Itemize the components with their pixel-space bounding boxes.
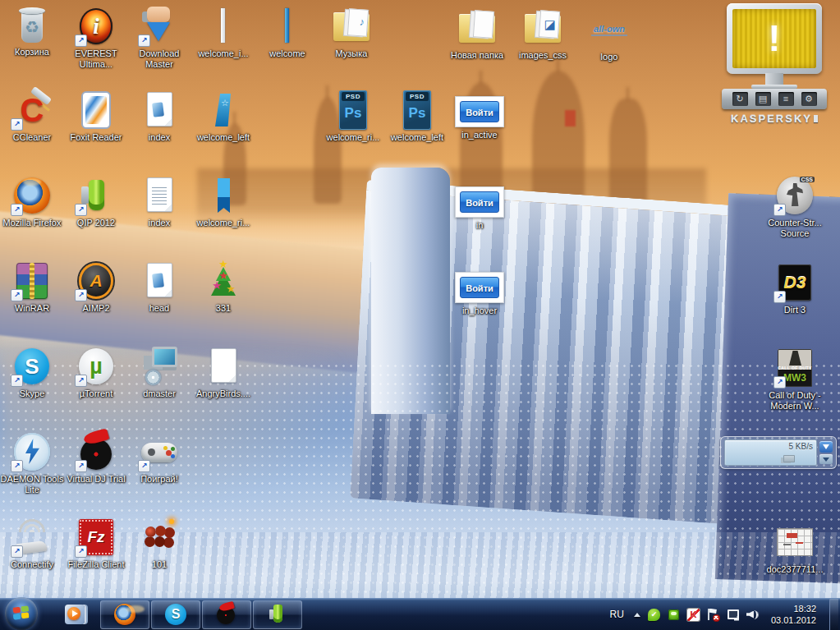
desktop-icon-utorrent[interactable]: µ↗µTorrent bbox=[64, 347, 128, 399]
icon-glyph: C bbox=[21, 94, 44, 126]
play-icon bbox=[72, 610, 78, 617]
taskbar-button-vdj[interactable] bbox=[202, 600, 251, 629]
desktop-icon-gamepad[interactable]: ↗Поиграй! bbox=[127, 432, 191, 485]
desktop-icon-page[interactable]: head bbox=[127, 261, 191, 314]
desktop-icon-label: doc2377711... bbox=[767, 564, 824, 575]
desktop-icon-aimp[interactable]: A↗AIMP2 bbox=[64, 261, 128, 314]
network-speed-gadget[interactable]: 5 KB/s bbox=[720, 436, 837, 469]
x-badge-icon bbox=[714, 616, 718, 619]
desktop-icon-connectify[interactable]: ↗Connectify bbox=[0, 517, 64, 570]
desktop-icon-label: Mozilla Firefox bbox=[3, 218, 62, 228]
qip-tray-icon[interactable] bbox=[667, 608, 681, 622]
news-icon[interactable]: ≡ bbox=[778, 92, 794, 106]
cssgame-icon: CSS↗ bbox=[773, 176, 817, 215]
desktop-icon-stripw[interactable]: welcome_i... bbox=[191, 7, 255, 59]
desktop-icon-psd[interactable]: PSDPswelcome_ri... bbox=[321, 90, 385, 143]
desktop-icon-tree[interactable]: ★331 bbox=[191, 261, 255, 314]
desktop-icon-dmgrab[interactable]: ↗Download Master bbox=[127, 7, 191, 70]
desktop-icon-page[interactable]: index bbox=[127, 90, 191, 143]
settings-icon[interactable]: ⚙ bbox=[801, 92, 817, 106]
start-button[interactable] bbox=[5, 597, 38, 630]
show-desktop-button[interactable] bbox=[829, 599, 838, 630]
taskbar-button-skype[interactable]: S bbox=[151, 600, 200, 629]
shortcut-arrow-icon: ↗ bbox=[75, 460, 87, 472]
language-indicator[interactable]: RU bbox=[607, 607, 627, 622]
desktop-icon-dirt3[interactable]: D3↗Dirt 3 bbox=[763, 263, 827, 315]
desktop-icon-voiti[interactable]: Войтиin_hover bbox=[448, 268, 512, 316]
desktop-icon-recycle[interactable]: ♻Корзина bbox=[0, 5, 64, 57]
desktop-icon-thumbdoc[interactable]: doc2377711... bbox=[763, 522, 827, 575]
desktop-icon-page[interactable]: index bbox=[127, 176, 191, 228]
desktop-icon-stripb[interactable]: welcome bbox=[255, 7, 319, 59]
desktop-icon-dmaster[interactable]: dmaster bbox=[127, 347, 191, 399]
desktop-icon-cssgame[interactable]: CSS↗Counter-Str... Source bbox=[763, 176, 827, 239]
ribbon-icon bbox=[201, 176, 246, 215]
flag-tray-icon[interactable] bbox=[706, 608, 720, 622]
download-arrow-button[interactable] bbox=[819, 441, 833, 453]
reports-icon[interactable]: ▤ bbox=[755, 92, 771, 106]
desktop-icon-page[interactable]: AngryBirds.... bbox=[191, 347, 255, 399]
firefox-icon: ↗ bbox=[10, 176, 54, 215]
desktop-icon-skype[interactable]: S↗Skype bbox=[0, 347, 64, 399]
update-icon[interactable]: ↻ bbox=[732, 92, 748, 106]
desktop-icon-dynamite[interactable]: 101 bbox=[127, 517, 191, 570]
desktop-icon-label: Download Master bbox=[127, 48, 191, 70]
icon-glyph: K bbox=[690, 609, 696, 619]
kaspersky-tray-icon[interactable]: K bbox=[686, 608, 700, 622]
desktop-icon-ribbon[interactable]: welcome_ri... bbox=[191, 176, 255, 228]
volume-tray-icon[interactable] bbox=[746, 608, 760, 622]
desktop-icon-qipapp[interactable]: ↗QIP 2012 bbox=[64, 176, 128, 228]
icon-glyph: Войти bbox=[460, 191, 499, 213]
taskbar-button-wmp[interactable] bbox=[51, 601, 99, 628]
shortcut-arrow-icon: ↗ bbox=[75, 545, 87, 558]
desktop-icon-daemon[interactable]: ↗DAEMON Tools Lite bbox=[0, 432, 64, 495]
show-hidden-icons-button[interactable] bbox=[634, 613, 640, 617]
desktop-icon-firefox[interactable]: ↗Mozilla Firefox bbox=[0, 176, 64, 228]
dropdown-arrow-button[interactable] bbox=[819, 454, 833, 464]
dirt3-icon: D3↗ bbox=[773, 263, 817, 302]
desktop-icon-winrar[interactable]: ↗WinRAR bbox=[0, 261, 64, 314]
desktop-icon-wleft[interactable]: ☆welcome_left bbox=[191, 90, 255, 143]
taskbar-button-qip[interactable] bbox=[253, 600, 302, 629]
desktop-icon-everest[interactable]: i↗EVEREST Ultima... bbox=[64, 7, 128, 70]
dmaster-icon bbox=[137, 347, 181, 386]
alert-exclamation-icon: ! bbox=[769, 21, 781, 57]
desktop-icon-vdj[interactable]: ↗Virtual DJ Trial bbox=[64, 432, 128, 485]
icon-glyph: A bbox=[90, 271, 102, 291]
desktop-icon-filezilla[interactable]: Fz↗FileZilla Client bbox=[64, 517, 128, 570]
taskbar: S RU ✔K 18:32 03.01.2012 bbox=[0, 598, 840, 630]
icon-glyph: ☆ bbox=[221, 98, 229, 108]
shortcut-arrow-icon: ↗ bbox=[773, 204, 786, 216]
desktop-icon-folder[interactable]: ♪Музыка bbox=[319, 7, 383, 59]
skype-icon: S↗ bbox=[10, 347, 54, 386]
desktop-icon-label: Новая папка bbox=[451, 50, 503, 61]
desktop-icon-cod[interactable]: CALL OF DUTYMW3↗Call of Duty - Modern W.… bbox=[763, 348, 827, 412]
desktop-icon-label: WinRAR bbox=[15, 303, 49, 314]
folder-icon: ♪ bbox=[329, 7, 374, 46]
desktop-icon-label: in_active bbox=[461, 130, 497, 140]
desktop-icon-logoimg[interactable]: all-ownlogo bbox=[577, 10, 641, 62]
taskbar-button-firefox[interactable] bbox=[100, 600, 149, 629]
desktop-icon-label: welcome_left bbox=[391, 132, 443, 143]
filezilla-icon: Fz↗ bbox=[74, 517, 118, 557]
desktop: ♻Корзинаi↗EVEREST Ultima...↗Download Mas… bbox=[0, 0, 840, 630]
desktop-icon-label: AngryBirds.... bbox=[196, 389, 250, 399]
desktop-icon-voiti[interactable]: Войтиin bbox=[448, 182, 512, 231]
desktop-icon-label: in_hover bbox=[462, 306, 497, 316]
desktop-icon-label: welcome_ri... bbox=[197, 218, 250, 228]
desktop-icon-foxit[interactable]: Foxit Reader bbox=[64, 90, 128, 143]
desktop-icon-folder[interactable]: Новая папка bbox=[445, 8, 509, 61]
desktop-icon-label: in bbox=[476, 220, 484, 231]
kaspersky-gadget[interactable]: ! ↻ ▤ ≡ ⚙ KASPERSKY bbox=[719, 3, 829, 125]
icon-glyph: ✔ bbox=[651, 610, 658, 619]
clock[interactable]: 18:32 03.01.2012 bbox=[766, 603, 821, 627]
desktop-icon-ccleaner[interactable]: C↗CCleaner bbox=[0, 90, 64, 143]
desktop-icon-psd[interactable]: PSDPswelcome_left bbox=[385, 90, 449, 143]
desktop-icon-folder[interactable]: ◪images_css bbox=[511, 8, 575, 61]
icon-band-text: PSD bbox=[406, 92, 429, 101]
skype-tray-icon[interactable]: ✔ bbox=[647, 608, 661, 622]
network-tray-icon[interactable] bbox=[726, 608, 740, 622]
shortcut-arrow-icon: ↗ bbox=[11, 289, 23, 301]
desktop-icon-label: head bbox=[149, 303, 169, 314]
desktop-icon-voiti[interactable]: Войтиin_active bbox=[448, 92, 512, 140]
